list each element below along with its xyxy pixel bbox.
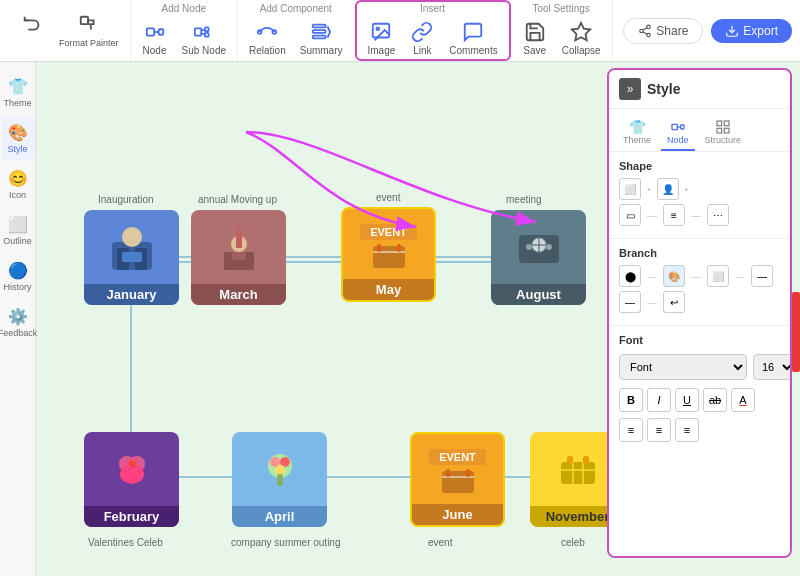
format-painter-button[interactable]: Format Painter: [54, 11, 124, 51]
node-august[interactable]: August: [491, 210, 586, 305]
shape-rounded[interactable]: ⬜: [619, 178, 641, 200]
font-color-button[interactable]: A: [731, 388, 755, 412]
node-june[interactable]: EVENT June: [410, 432, 505, 527]
sidebar-item-outline[interactable]: ⬜ Outline: [2, 208, 34, 252]
save-button[interactable]: Save: [517, 18, 553, 59]
svg-rect-48: [377, 244, 381, 252]
relation-button[interactable]: Relation: [244, 18, 291, 59]
share-export-area: Share Export: [623, 18, 792, 44]
font-section-title: Font: [619, 334, 780, 346]
panel-collapse-button[interactable]: »: [619, 78, 641, 100]
svg-rect-80: [724, 121, 729, 126]
style-label: Style: [7, 144, 27, 154]
bold-button[interactable]: B: [619, 388, 643, 412]
event-label: event: [376, 192, 400, 203]
svg-point-52: [526, 244, 532, 250]
valentines-label: Valentines Celeb: [88, 537, 163, 548]
align-left-button[interactable]: ≡: [619, 418, 643, 442]
sidebar-item-feedback[interactable]: ⚙️ Feedback: [2, 300, 34, 344]
tool-settings-label: Tool Settings: [533, 3, 590, 14]
right-panel: » Style 👕 Theme Node Structure Shape ⬜: [607, 68, 792, 558]
shape-person[interactable]: 👤: [657, 178, 679, 200]
svg-rect-0: [81, 16, 88, 23]
branch-style-1[interactable]: ⬤: [619, 265, 641, 287]
svg-rect-40: [122, 252, 142, 262]
meeting-label: meeting: [506, 194, 542, 205]
august-icon: [491, 210, 586, 284]
tab-theme[interactable]: 👕 Theme: [617, 115, 657, 151]
shape-rect[interactable]: ▭: [619, 204, 641, 226]
node-button[interactable]: Node: [137, 18, 173, 59]
sidebar-item-theme[interactable]: 👕 Theme: [2, 70, 34, 114]
branch-arrow[interactable]: ↩: [663, 291, 685, 313]
font-select-row: Font Arial Times New Roman Helvetica 16 …: [619, 354, 780, 380]
svg-point-15: [377, 27, 380, 30]
font-section: Font Font Arial Times New Roman Helvetic…: [609, 326, 790, 450]
align-right-button[interactable]: ≡: [675, 418, 699, 442]
svg-marker-44: [236, 224, 242, 227]
panel-tabs: 👕 Theme Node Structure: [609, 109, 790, 152]
align-center-button[interactable]: ≡: [647, 418, 671, 442]
italic-button[interactable]: I: [647, 388, 671, 412]
toolbar-group-insert: Insert Image Link Comments: [355, 0, 511, 61]
node-may[interactable]: EVENT May: [341, 207, 436, 302]
branch-dash[interactable]: —: [751, 265, 773, 287]
tab-node[interactable]: Node: [661, 115, 695, 151]
tab-structure[interactable]: Structure: [699, 115, 748, 151]
svg-rect-4: [195, 28, 201, 35]
node-april[interactable]: April: [232, 432, 327, 527]
export-button[interactable]: Export: [711, 19, 792, 43]
march-icon: [191, 210, 286, 284]
main-area: 👕 Theme 🎨 Style 😊 Icon ⬜ Outline 🔵 Histo…: [0, 62, 800, 576]
august-label: August: [491, 284, 586, 305]
svg-point-53: [546, 244, 552, 250]
sidebar-item-history[interactable]: 🔵 History: [2, 254, 34, 298]
image-button[interactable]: Image: [363, 18, 401, 59]
svg-rect-13: [313, 35, 326, 38]
celeb-label: celeb: [561, 537, 585, 548]
shape-section-title: Shape: [619, 160, 780, 172]
svg-rect-73: [567, 456, 573, 464]
link-button[interactable]: Link: [404, 18, 440, 59]
node-march[interactable]: March: [191, 210, 286, 305]
svg-rect-45: [232, 252, 246, 260]
comments-button[interactable]: Comments: [444, 18, 502, 59]
branch-color[interactable]: 🎨: [663, 265, 685, 287]
toolbar-group-add-component: Add Component Relation Summary: [238, 0, 355, 61]
collapse-button[interactable]: Collapse: [557, 18, 606, 59]
node-january[interactable]: January: [84, 210, 179, 305]
svg-rect-11: [313, 24, 326, 27]
shape-lines[interactable]: ≡: [663, 204, 685, 226]
share-button[interactable]: Share: [623, 18, 703, 44]
strikethrough-button[interactable]: ab: [703, 388, 727, 412]
font-size-select[interactable]: 16 12 14 18 24: [753, 354, 792, 380]
sidebar-item-icon[interactable]: 😊 Icon: [2, 162, 34, 206]
january-icon: [84, 210, 179, 284]
toolbar: Format Painter Add Node Node Sub Node Ad…: [0, 0, 800, 62]
summary-button[interactable]: Summary: [295, 18, 348, 59]
branch-box[interactable]: ⬜: [707, 265, 729, 287]
february-label: February: [84, 506, 179, 527]
branch-section: Branch ⬤ — 🎨 — ⬜ — — — — ↩: [609, 239, 790, 326]
svg-line-21: [643, 27, 647, 29]
svg-point-63: [275, 465, 285, 475]
sidebar-item-style[interactable]: 🎨 Style: [2, 116, 34, 160]
annual-moving-label: annual Moving up: [198, 194, 277, 205]
svg-rect-8: [205, 32, 209, 36]
january-label: January: [84, 284, 179, 305]
underline-button[interactable]: U: [675, 388, 699, 412]
shape-dashes[interactable]: ⋯: [707, 204, 729, 226]
undo-button[interactable]: [14, 11, 50, 51]
add-node-label: Add Node: [162, 3, 206, 14]
sub-node-button[interactable]: Sub Node: [177, 18, 231, 59]
side-icons-panel: 👕 Theme 🎨 Style 😊 Icon ⬜ Outline 🔵 Histo…: [0, 62, 36, 576]
april-label: April: [232, 506, 327, 527]
svg-rect-14: [373, 23, 390, 37]
theme-label: Theme: [3, 98, 31, 108]
branch-style-2[interactable]: —: [619, 291, 641, 313]
font-align-row: ≡ ≡ ≡: [619, 418, 780, 442]
summer-outing-label: company summer outing: [231, 537, 341, 548]
node-february[interactable]: 🎈 February: [84, 432, 179, 527]
font-family-select[interactable]: Font Arial Times New Roman Helvetica: [619, 354, 747, 380]
june-icon: EVENT: [412, 434, 503, 504]
